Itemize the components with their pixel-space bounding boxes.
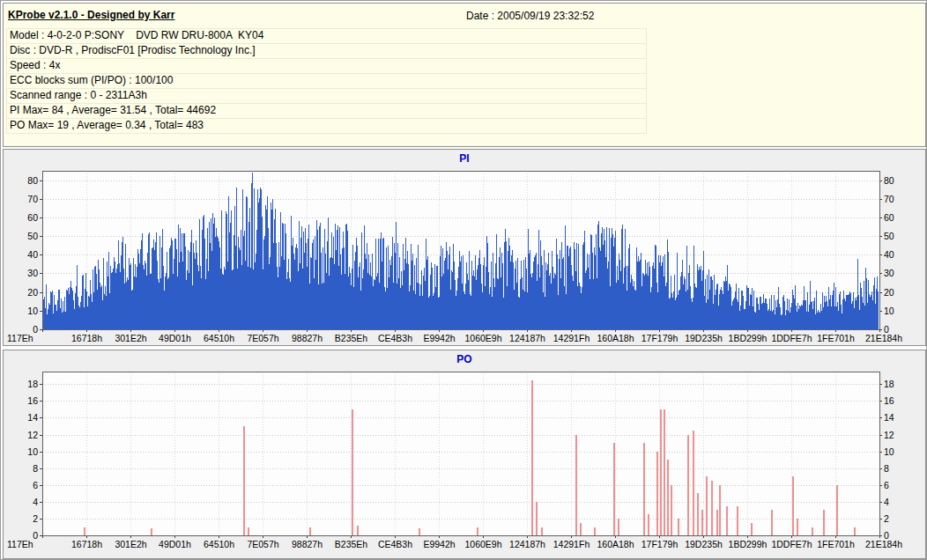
svg-text:117Eh: 117Eh xyxy=(7,333,33,343)
po-chart-panel: PO 002244668810101212141416161818117Eh16… xyxy=(3,350,926,559)
svg-text:70: 70 xyxy=(884,194,894,204)
title-row: KProbe v2.1.0 - Designed by Karr Date : … xyxy=(4,4,925,26)
svg-text:14291Fh: 14291Fh xyxy=(553,539,590,549)
svg-text:64510h: 64510h xyxy=(204,333,234,343)
svg-text:50: 50 xyxy=(27,231,38,241)
svg-text:B235Eh: B235Eh xyxy=(335,539,368,549)
svg-text:1FE701h: 1FE701h xyxy=(817,539,855,549)
svg-text:160A18h: 160A18h xyxy=(597,539,634,549)
svg-text:30: 30 xyxy=(884,268,894,278)
svg-text:17F179h: 17F179h xyxy=(641,539,679,549)
svg-text:160A18h: 160A18h xyxy=(597,333,634,343)
svg-text:301E2h: 301E2h xyxy=(115,333,146,343)
app-title: KProbe v2.1.0 - Designed by Karr xyxy=(8,9,174,21)
svg-text:49D01h: 49D01h xyxy=(159,539,191,549)
svg-text:70: 70 xyxy=(27,194,38,204)
svg-text:1DDFE7h: 1DDFE7h xyxy=(771,539,812,549)
svg-text:49D01h: 49D01h xyxy=(159,333,191,343)
svg-text:16718h: 16718h xyxy=(71,539,102,549)
kprobe-window: KProbe v2.1.0 - Designed by Karr Date : … xyxy=(0,0,927,560)
svg-text:20: 20 xyxy=(884,287,894,298)
svg-text:40: 40 xyxy=(884,249,894,260)
svg-text:0: 0 xyxy=(33,324,38,335)
svg-text:E9942h: E9942h xyxy=(423,333,455,343)
info-row-model: Model : 4-0-2-0 P:SONY DVD RW DRU-800A K… xyxy=(6,29,647,44)
svg-text:98827h: 98827h xyxy=(292,333,323,343)
svg-text:1BD299h: 1BD299h xyxy=(729,539,768,549)
info-row-scanned-range: Scanned range : 0 - 2311A3h xyxy=(6,89,647,104)
svg-text:18: 18 xyxy=(27,379,38,389)
svg-text:0: 0 xyxy=(33,530,38,541)
pi-chart-panel: PI 0010102020303040405050606070708080117… xyxy=(3,149,926,346)
svg-text:14: 14 xyxy=(27,412,38,423)
svg-text:21E184h: 21E184h xyxy=(865,333,902,343)
info-row-ecc: ECC blocks sum (PI/PO) : 100/100 xyxy=(6,74,647,89)
svg-text:7E057h: 7E057h xyxy=(247,539,278,549)
svg-text:124187h: 124187h xyxy=(509,333,545,343)
info-row-pi-stats: PI Max= 84 , Average= 31.54 , Total= 446… xyxy=(6,104,647,119)
svg-text:124187h: 124187h xyxy=(509,539,545,549)
svg-text:1060E9h: 1060E9h xyxy=(464,539,501,549)
svg-text:21E184h: 21E184h xyxy=(865,539,902,549)
scan-date: Date : 2005/09/19 23:32:52 xyxy=(466,10,594,22)
svg-text:10: 10 xyxy=(884,306,894,316)
svg-text:4: 4 xyxy=(884,497,889,507)
pi-chart-title: PI xyxy=(4,150,925,167)
svg-text:17F179h: 17F179h xyxy=(641,333,679,343)
svg-text:16: 16 xyxy=(884,395,894,406)
svg-text:20: 20 xyxy=(27,287,38,298)
svg-text:4: 4 xyxy=(33,497,38,507)
svg-text:40: 40 xyxy=(27,249,38,260)
svg-text:6: 6 xyxy=(884,480,889,490)
po-chart-title: PO xyxy=(4,350,925,368)
info-row-po-stats: PO Max= 19 , Average= 0.34 , Total= 483 xyxy=(6,119,647,134)
svg-text:1BD299h: 1BD299h xyxy=(729,333,768,343)
svg-text:16: 16 xyxy=(27,395,38,406)
svg-text:10: 10 xyxy=(27,306,38,316)
svg-text:CE4B3h: CE4B3h xyxy=(378,539,412,549)
svg-text:98827h: 98827h xyxy=(292,539,323,549)
svg-text:8: 8 xyxy=(884,463,889,474)
svg-text:301E2h: 301E2h xyxy=(115,539,146,549)
svg-text:2: 2 xyxy=(33,513,38,524)
svg-text:50: 50 xyxy=(884,231,894,241)
svg-text:8: 8 xyxy=(33,463,38,474)
svg-text:2: 2 xyxy=(884,513,889,524)
scan-info-list: Model : 4-0-2-0 P:SONY DVD RW DRU-800A K… xyxy=(6,28,647,134)
svg-text:19D235h: 19D235h xyxy=(685,539,723,549)
svg-text:CE4B3h: CE4B3h xyxy=(378,333,412,343)
svg-text:18: 18 xyxy=(884,379,894,389)
svg-text:1FE701h: 1FE701h xyxy=(817,333,855,343)
pi-chart-canvas: 0010102020303040405050606070708080117Eh1… xyxy=(4,167,925,345)
svg-text:7E057h: 7E057h xyxy=(247,333,278,343)
svg-text:B235Eh: B235Eh xyxy=(335,333,368,343)
svg-text:12: 12 xyxy=(884,430,894,440)
svg-text:1DDFE7h: 1DDFE7h xyxy=(771,333,812,343)
svg-text:117Eh: 117Eh xyxy=(7,539,33,549)
svg-text:10: 10 xyxy=(27,446,38,457)
svg-text:80: 80 xyxy=(884,175,894,186)
svg-text:14291Fh: 14291Fh xyxy=(553,333,590,343)
svg-text:6: 6 xyxy=(33,480,38,490)
svg-text:1060E9h: 1060E9h xyxy=(464,333,501,343)
svg-text:E9942h: E9942h xyxy=(423,539,455,549)
svg-text:14: 14 xyxy=(884,412,894,423)
svg-text:16718h: 16718h xyxy=(71,333,102,343)
po-chart-canvas: 002244668810101212141416161818117Eh16718… xyxy=(4,368,925,558)
svg-text:12: 12 xyxy=(27,430,38,440)
svg-text:80: 80 xyxy=(27,175,38,186)
svg-text:60: 60 xyxy=(884,212,894,223)
svg-text:10: 10 xyxy=(884,446,894,457)
header-panel: KProbe v2.1.0 - Designed by Karr Date : … xyxy=(3,3,926,147)
svg-text:60: 60 xyxy=(27,212,38,223)
info-row-speed: Speed : 4x xyxy=(6,59,647,74)
svg-text:30: 30 xyxy=(27,268,38,278)
svg-text:19D235h: 19D235h xyxy=(685,333,723,343)
info-row-disc: Disc : DVD-R , ProdiscF01 [Prodisc Techn… xyxy=(6,44,647,59)
svg-text:64510h: 64510h xyxy=(204,539,234,549)
